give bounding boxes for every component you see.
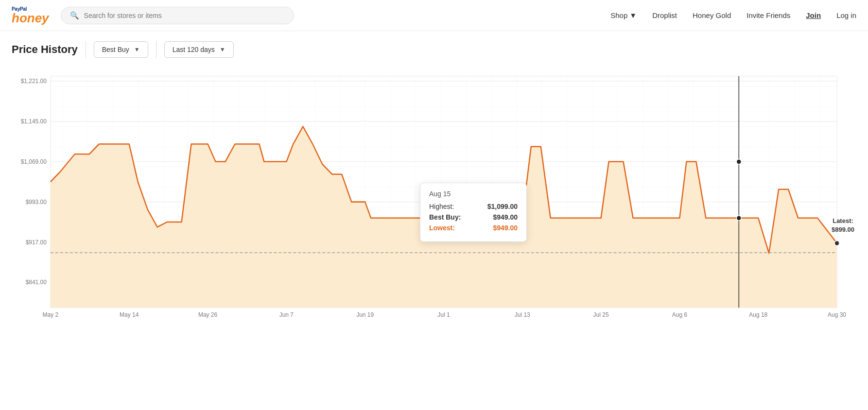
nav-droplist[interactable]: Droplist [652, 11, 677, 19]
svg-text:$1,069.00: $1,069.00 [21, 158, 47, 165]
nav-honey-gold[interactable]: Honey Gold [693, 11, 731, 19]
honey-logo-text: honey [12, 12, 49, 24]
svg-text:$993.00: $993.00 [26, 199, 47, 205]
svg-text:$917.00: $917.00 [26, 239, 47, 245]
nav-login[interactable]: Log in [836, 11, 856, 19]
svg-text:Aug 30: Aug 30 [828, 311, 846, 318]
latest-text: Latest: [833, 217, 853, 224]
svg-text:Jul 25: Jul 25 [593, 311, 609, 318]
nav-shop[interactable]: Shop ▼ [610, 11, 637, 19]
latest-label: Latest: $899.00 [832, 217, 854, 234]
price-chart: $1,221.00 $1,145.00 $1,069.00 $993.00 $9… [12, 66, 856, 348]
vertical-divider-2 [156, 41, 156, 58]
page-title: Price History [12, 43, 78, 56]
svg-text:$841.00: $841.00 [26, 279, 47, 286]
days-chevron-icon: ▼ [220, 46, 226, 53]
vertical-divider [86, 41, 86, 58]
chart-dot-latest [834, 240, 839, 245]
svg-text:Jun 7: Jun 7 [279, 311, 294, 318]
search-input[interactable] [84, 12, 285, 19]
chart-dot-upper [736, 159, 741, 164]
svg-text:Aug 6: Aug 6 [672, 311, 687, 318]
svg-text:May 2: May 2 [43, 311, 59, 318]
search-bar[interactable]: 🔍 [61, 7, 294, 24]
svg-text:Jul 13: Jul 13 [515, 311, 530, 318]
logo-area: PayPal honey [12, 7, 49, 24]
store-dropdown[interactable]: Best Buy ▼ [94, 41, 148, 58]
price-history-section: Price History Best Buy ▼ Last 120 days ▼… [0, 31, 868, 348]
svg-text:May 14: May 14 [120, 311, 139, 318]
svg-text:May 26: May 26 [198, 311, 217, 318]
header: PayPal honey 🔍 Shop ▼ Droplist Honey Gol… [0, 0, 868, 31]
days-dropdown-label: Last 120 days [173, 46, 215, 53]
days-dropdown[interactable]: Last 120 days ▼ [164, 41, 234, 58]
search-icon: 🔍 [70, 11, 79, 20]
shop-chevron-icon: ▼ [629, 11, 637, 19]
svg-text:Jun 19: Jun 19 [356, 311, 374, 318]
nav-shop-label: Shop [610, 11, 627, 19]
nav-links: Shop ▼ Droplist Honey Gold Invite Friend… [610, 11, 856, 19]
store-chevron-icon: ▼ [134, 46, 140, 53]
svg-text:Aug 18: Aug 18 [749, 311, 767, 318]
logo-wrapper: PayPal honey [12, 7, 49, 24]
nav-join[interactable]: Join [806, 11, 821, 19]
chart-container: $1,221.00 $1,145.00 $1,069.00 $993.00 $9… [12, 66, 856, 348]
svg-text:Jul 1: Jul 1 [437, 311, 450, 318]
svg-text:$1,221.00: $1,221.00 [21, 78, 47, 85]
svg-text:$1,145.00: $1,145.00 [21, 118, 47, 125]
latest-value: $899.00 [832, 226, 854, 233]
nav-invite-friends[interactable]: Invite Friends [746, 11, 790, 19]
chart-dot-lower [736, 216, 741, 221]
price-history-header: Price History Best Buy ▼ Last 120 days ▼ [12, 41, 856, 58]
store-dropdown-label: Best Buy [102, 46, 129, 53]
